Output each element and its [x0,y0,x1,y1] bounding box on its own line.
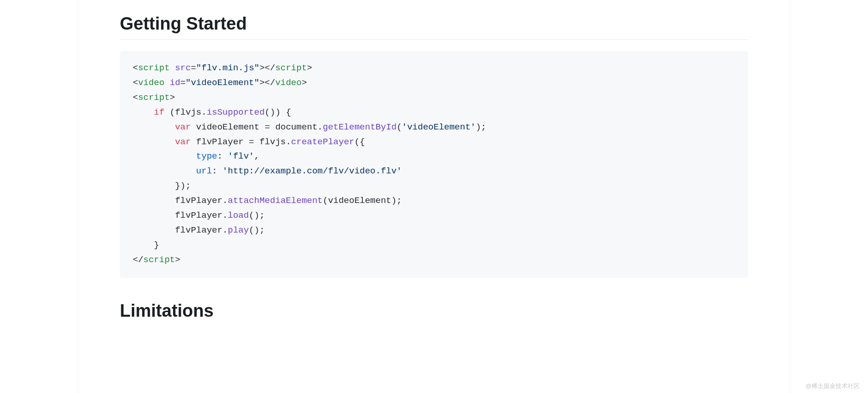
obj-flvplayer-3: flvPlayer [175,225,223,235]
tag-script-open: script [138,63,169,73]
tag-video-open: video [138,78,164,88]
call-getelementbyid: getElementById [323,122,397,132]
str-url: 'http://example.com/flv/video.flv' [223,166,402,176]
var-videoelement: videoElement [196,122,260,132]
watermark: @稀土掘金技术社区 [806,382,860,390]
attr-id: id [170,78,180,88]
str-video-element: "videoElement" [186,78,260,88]
attr-src: src [175,63,191,73]
kw-if: if [154,107,165,117]
var-flvplayer: flvPlayer [196,137,244,147]
heading-getting-started: Getting Started [120,14,748,40]
tag-script-open-2: script [138,92,169,103]
call-attachmediaelement: attachMediaElement [228,196,322,206]
prop-type: type [196,151,217,161]
call-play: play [228,225,249,235]
str-videoelement-arg: 'videoElement' [402,122,476,132]
page-container: Getting Started <script src="flv.min.js"… [78,0,790,393]
obj-flvjs-2: flvjs [260,137,286,147]
kw-var-1: var [175,122,191,132]
call-issupported: isSupported [207,107,265,117]
heading-limitations: Limitations [120,301,748,321]
tag-script-close-2: script [143,255,175,265]
str-flv: 'flv' [228,151,254,161]
obj-document: document [275,122,317,132]
arg-videoelement: videoElement [328,196,391,206]
kw-var-2: var [175,137,191,147]
article-content: Getting Started <script src="flv.min.js"… [92,0,776,321]
obj-flvplayer-1: flvPlayer [175,196,223,206]
obj-flvjs: flvjs [175,107,201,117]
prop-url: url [196,166,212,176]
call-load: load [228,210,249,221]
tag-video-close: video [275,78,302,88]
call-createplayer: createPlayer [291,137,354,147]
str-flv-min-js: "flv.min.js" [196,63,260,73]
obj-flvplayer-2: flvPlayer [175,210,223,221]
code-block[interactable]: <script src="flv.min.js"></script> <vide… [120,51,748,278]
tag-script-close: script [275,63,307,73]
